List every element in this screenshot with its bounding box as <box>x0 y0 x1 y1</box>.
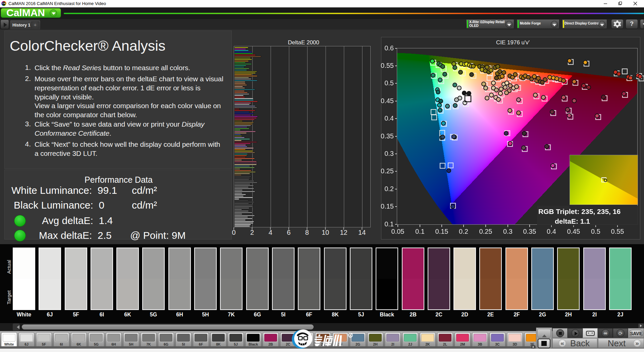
svg-text:0.1: 0.1 <box>415 228 425 235</box>
svg-text:R: R <box>350 334 352 337</box>
svg-text:6: 6 <box>287 229 290 236</box>
svg-text:0.6: 0.6 <box>384 44 394 52</box>
svg-text:0.45: 0.45 <box>567 228 580 235</box>
svg-text:2: 2 <box>250 229 254 236</box>
svg-text:0.4: 0.4 <box>547 228 556 235</box>
svg-text:0.3: 0.3 <box>503 228 513 235</box>
svg-text:0.2: 0.2 <box>384 185 394 192</box>
svg-text:0.3: 0.3 <box>384 150 394 157</box>
svg-text:0.55: 0.55 <box>381 62 394 69</box>
svg-text:0.5: 0.5 <box>384 79 394 87</box>
svg-text:0.55: 0.55 <box>611 228 624 235</box>
svg-text:0: 0 <box>232 229 235 236</box>
svg-text:0.35: 0.35 <box>381 132 394 140</box>
svg-text:0.25: 0.25 <box>479 228 492 235</box>
svg-text:0.05: 0.05 <box>391 228 405 235</box>
svg-text:0.5: 0.5 <box>591 228 600 235</box>
svg-text:14: 14 <box>358 229 366 236</box>
svg-text:0.15: 0.15 <box>435 228 448 235</box>
svg-text:0.35: 0.35 <box>523 228 536 235</box>
svg-text:0.2: 0.2 <box>459 228 468 235</box>
svg-text:8: 8 <box>305 229 309 236</box>
svg-text:0.1: 0.1 <box>384 220 394 228</box>
svg-text:10: 10 <box>322 229 329 236</box>
svg-text:0.25: 0.25 <box>381 167 394 175</box>
svg-text:0.15: 0.15 <box>381 203 394 210</box>
svg-text:0.45: 0.45 <box>381 97 394 104</box>
svg-text:4: 4 <box>269 229 272 236</box>
svg-text:0.4: 0.4 <box>384 115 394 122</box>
svg-text:12: 12 <box>340 229 347 236</box>
